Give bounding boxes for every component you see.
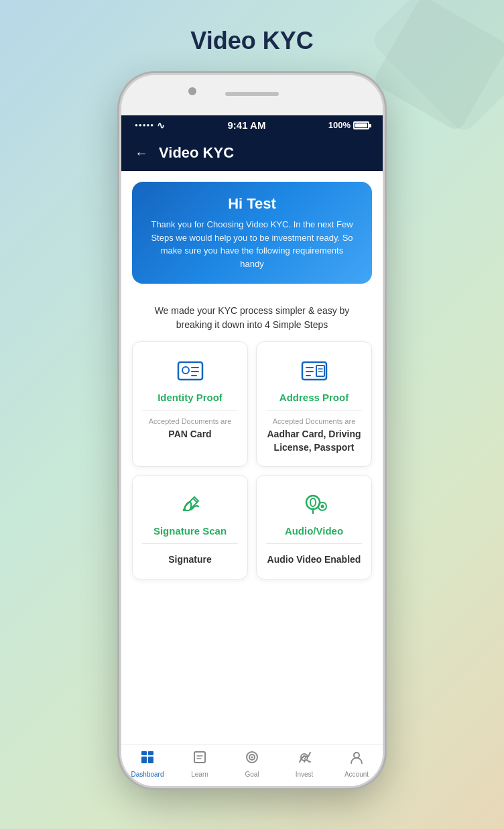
battery-icon: [353, 121, 369, 129]
identity-proof-title: Identity Proof: [158, 392, 223, 403]
invest-icon: [297, 750, 312, 769]
goal-icon: [245, 750, 259, 769]
svg-rect-18: [148, 751, 153, 755]
identity-proof-card[interactable]: Identity Proof Accepted Documents are PA…: [132, 341, 248, 467]
tab-bar: Dashboard Learn: [121, 744, 383, 786]
address-proof-icon: [298, 354, 330, 386]
audio-video-separator: [266, 543, 362, 544]
svg-rect-5: [302, 362, 326, 380]
svg-point-1: [182, 367, 189, 374]
banner-greeting: Hi Test: [148, 195, 356, 213]
status-left: ●●●●● ∿: [135, 120, 165, 131]
signature-scan-icon: [174, 488, 206, 520]
audio-video-title: Audio/Video: [285, 525, 343, 537]
svg-point-16: [320, 505, 324, 508]
signature-documents: Signature: [168, 553, 212, 567]
status-bar: ●●●●● ∿ 9:41 AM 100%: [121, 115, 383, 135]
phone-speaker: [225, 92, 279, 96]
svg-point-28: [354, 753, 359, 758]
welcome-banner: Hi Test Thank you for Choosing Video KYC…: [132, 182, 372, 284]
phone-notch: [121, 75, 383, 115]
learn-icon: [192, 750, 207, 769]
svg-rect-17: [141, 751, 147, 755]
account-label: Account: [344, 771, 369, 778]
svg-rect-20: [148, 757, 153, 763]
banner-description: Thank you for Choosing Video KYC. In the…: [148, 218, 356, 270]
address-documents: Aadhar Card, Driving License, Passport: [266, 428, 362, 454]
address-accepted-label: Accepted Documents are: [273, 417, 356, 425]
audio-video-card[interactable]: Audio/Video Audio Video Enabled: [256, 475, 372, 579]
tab-goal[interactable]: Goal: [235, 750, 269, 778]
battery-fill: [355, 123, 367, 127]
address-proof-title: Address Proof: [279, 392, 349, 403]
identity-proof-separator: [142, 410, 238, 410]
dashboard-label: Dashboard: [131, 771, 164, 778]
back-button[interactable]: ←: [135, 146, 148, 161]
identity-proof-icon: [174, 354, 206, 386]
status-time: 9:41 AM: [227, 119, 265, 131]
identity-documents: PAN Card: [168, 428, 211, 441]
steps-info: We made your KYC process simpler & easy …: [132, 294, 372, 341]
nav-title: Video KYC: [159, 144, 234, 162]
audio-video-icon: [298, 488, 330, 520]
front-camera: [188, 87, 196, 95]
signal-dots: ●●●●●: [135, 122, 154, 128]
address-proof-card[interactable]: Address Proof Accepted Documents are Aad…: [256, 341, 372, 467]
wifi-icon: ∿: [157, 120, 165, 131]
nav-bar: ← Video KYC: [121, 135, 383, 171]
tab-dashboard[interactable]: Dashboard: [131, 750, 164, 778]
account-icon: [349, 750, 364, 769]
svg-point-26: [251, 757, 253, 759]
status-right: 100%: [328, 120, 369, 130]
tab-learn[interactable]: Learn: [183, 750, 216, 778]
kyc-cards-grid: Identity Proof Accepted Documents are PA…: [132, 341, 372, 586]
invest-label: Invest: [296, 771, 314, 778]
phone-frame: ●●●●● ∿ 9:41 AM 100% ← Video KYC Hi Test…: [121, 75, 383, 786]
signature-scan-title: Signature Scan: [153, 525, 227, 537]
audio-video-documents: Audio Video Enabled: [267, 553, 361, 567]
battery-percentage: 100%: [328, 120, 351, 130]
identity-accepted-label: Accepted Documents are: [149, 417, 232, 425]
goal-label: Goal: [245, 771, 259, 778]
signature-scan-card[interactable]: Signature Scan Signature: [132, 475, 248, 579]
screen-content: We made your KYC process simpler & easy …: [121, 294, 383, 744]
signature-scan-separator: [142, 543, 238, 544]
page-title: Video KYC: [190, 27, 313, 55]
svg-rect-21: [194, 752, 205, 763]
svg-rect-9: [316, 366, 324, 376]
tab-account[interactable]: Account: [340, 750, 373, 778]
phone-screen: ●●●●● ∿ 9:41 AM 100% ← Video KYC Hi Test…: [121, 115, 383, 786]
tab-invest[interactable]: Invest: [288, 750, 321, 778]
address-proof-separator: [266, 410, 362, 410]
dashboard-icon: [140, 750, 155, 769]
learn-label: Learn: [191, 771, 208, 778]
svg-rect-19: [141, 757, 147, 763]
